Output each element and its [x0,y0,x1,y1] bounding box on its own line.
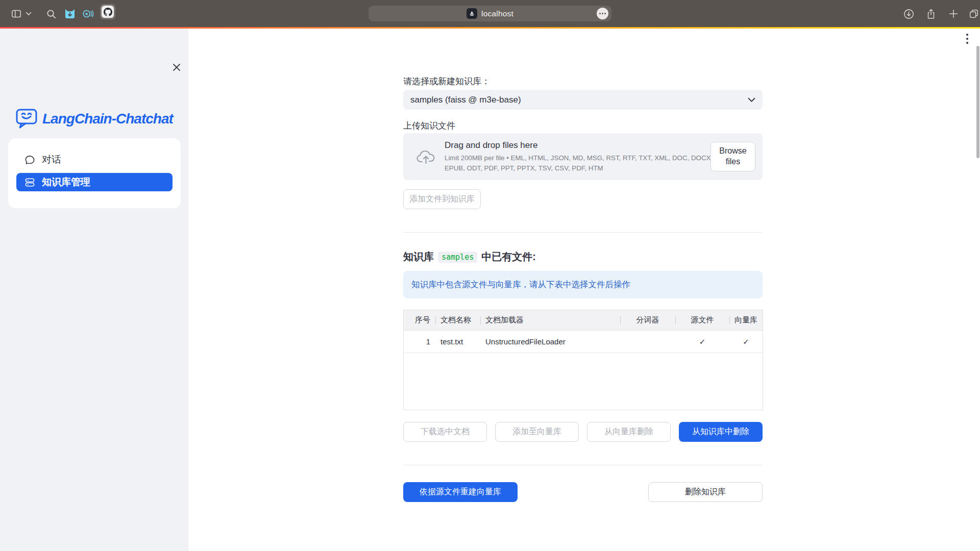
cell-splitter [620,331,675,353]
add-files-button[interactable]: 添加文件到知识库 [403,189,481,209]
section-divider [403,232,763,233]
browser-toolbar: localhost [0,0,980,27]
col-header-name: 文档名称 [435,310,480,330]
github-icon [102,6,114,18]
cell-source-check: ✓ [675,331,729,353]
download-selected-button[interactable]: 下载选中文档 [403,422,487,442]
github-extension-button[interactable] [100,4,115,19]
nav-item-label: 对话 [42,153,61,166]
cell-loader: UnstructuredFileLoader [480,331,620,353]
nav-item-chat[interactable]: 对话 [16,151,173,169]
rebuild-vector-store-button[interactable]: 依据源文件重建向量库 [403,482,518,502]
site-favicon [467,8,477,19]
cell-index: 1 [404,331,435,353]
app-title: LangChain-Chatchat [42,111,173,127]
url-host: localhost [481,9,513,18]
delete-kb-button[interactable]: 删除知识库 [648,482,763,502]
dropzone-title: Drag and drop files here [445,140,723,151]
downloads-icon[interactable] [902,8,915,20]
info-box: 知识库中包含源文件与向量库，请从下表中选择文件后操作 [403,271,763,298]
dropzone-instructions: Drag and drop files here Limit 200MB per… [445,140,723,173]
screen: localhost [0,0,980,551]
sidebar-nav: 对话 知识库管理 [8,138,181,208]
tab-overview-icon[interactable] [968,8,980,20]
info-message: 知识库中包含源文件与向量库，请从下表中选择文件后操作 [411,279,630,290]
database-icon [24,177,35,188]
page-options-icon[interactable] [597,8,608,19]
select-chevron-icon [748,97,755,103]
address-bar[interactable]: localhost [369,6,611,21]
app-logo: LangChain-Chatchat [15,108,173,130]
bottom-divider [403,465,763,465]
browse-files-button[interactable]: Browse files [710,142,755,171]
kb-heading-suffix: 中已有文件: [481,250,536,264]
nav-item-label: 知识库管理 [42,176,90,189]
col-header-index: 序号 [404,310,435,330]
col-header-splitter: 分词器 [620,310,675,330]
kb-files-table[interactable]: 序号 文档名称 文档加载器 分词器 源文件 向量库 1 test.txt Uns… [403,310,763,410]
chat-icon [24,155,35,165]
extension-star-ripple-icon[interactable] [82,8,94,20]
nav-item-knowledge-base[interactable]: 知识库管理 [16,173,173,191]
app-menu-icon[interactable] [966,34,968,44]
cell-vector-check: ✓ [729,331,763,353]
new-tab-icon[interactable] [947,8,960,20]
sidebar-close-icon[interactable] [172,62,183,73]
scrollbar-thumb[interactable] [976,46,979,158]
dropzone-limit: Limit 200MB per file • EML, HTML, JSON, … [445,153,723,173]
col-header-loader: 文档加载器 [480,310,620,330]
kb-heading-prefix: 知识库 [403,250,434,264]
sidebar: LangChain-Chatchat 对话 [0,29,188,551]
kb-selectbox[interactable]: samples (faiss @ m3e-base) [403,90,763,110]
chat-bubble-logo-icon [15,108,38,130]
delete-from-kb-button[interactable]: 从知识库中删除 [679,422,763,442]
share-icon[interactable] [925,8,937,20]
kb-name-code: samples [438,252,477,263]
col-header-vector: 向量库 [729,310,763,330]
cell-name: test.txt [435,331,480,353]
kb-select-label: 请选择或新建知识库： [403,76,763,87]
file-actions-row: 下载选中文档 添加至向量库 从向量库删除 从知识库中删除 [403,422,763,442]
kb-actions-row: 依据源文件重建向量库 删除知识库 [403,482,763,502]
table-header-row: 序号 文档名称 文档加载器 分词器 源文件 向量库 [404,310,763,331]
extension-cat-download-icon[interactable] [64,8,76,20]
delete-from-vector-button[interactable]: 从向量库删除 [587,422,671,442]
upload-label: 上传知识文件 [403,120,763,132]
kb-files-heading: 知识库 samples 中已有文件: [403,250,763,264]
chevron-down-icon[interactable] [24,8,33,20]
add-to-vector-button[interactable]: 添加至向量库 [495,422,579,442]
file-dropzone[interactable]: Drag and drop files here Limit 200MB per… [403,133,763,180]
search-icon[interactable] [45,8,57,20]
col-header-source: 源文件 [675,310,729,330]
table-row[interactable]: 1 test.txt UnstructuredFileLoader ✓ ✓ [404,331,763,353]
sidebar-toggle-icon[interactable] [10,8,22,20]
cloud-upload-icon [416,148,436,165]
kb-selectbox-value: samples (faiss @ m3e-base) [410,95,521,105]
